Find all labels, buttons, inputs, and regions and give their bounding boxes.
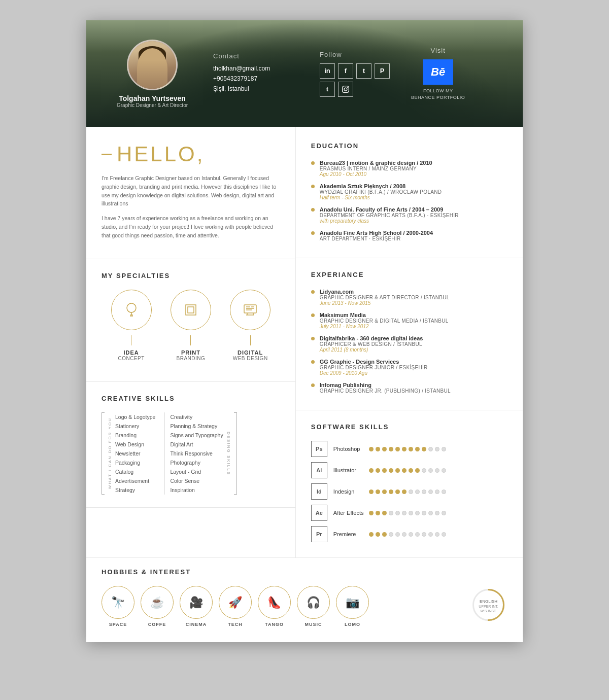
tech-icon: 🚀 — [219, 586, 252, 619]
illustrator-dots — [369, 468, 446, 473]
digital-circle — [230, 290, 270, 330]
sw-premiere: Pr Premiere — [311, 526, 507, 542]
music-label: MUSIC — [305, 622, 322, 627]
edu-item-2: Anadolu Uni. Faculty of Fine Arts / 2004… — [311, 206, 507, 224]
edu-item-1: Akademia Sztuk Pięknych / 2008 WYDZIAL G… — [311, 183, 507, 200]
left-skills-col: WHAT I CAN DO FOR YOU Logo & Logotype St… — [101, 412, 155, 495]
skill-stationery: Stationery — [115, 422, 155, 431]
pinterest-icon[interactable]: P — [375, 63, 390, 79]
space-label: SPACE — [109, 622, 127, 627]
edu-sub-2: DEPARTMENT OF GRAPHIC ARTS (B.F.A.) - ES… — [320, 213, 459, 218]
svg-rect-5 — [188, 307, 194, 313]
skill-planning: Planning & Strategy — [170, 422, 223, 431]
edu-sub-0: ERASMUS INTERN / MAINZ GERMANY — [320, 166, 432, 171]
svg-text:UPPER INT.: UPPER INT. — [479, 605, 498, 608]
hobby-tango: 👠 TANGO — [258, 586, 291, 627]
exp-role-1: GRAPHIC DESIGNER & DIGITAL MEDIA / ISTAN… — [320, 318, 449, 324]
edu-title-0: Bureau23 | motion & graphic design / 201… — [320, 160, 432, 166]
exp-company-4: Infomag Publishing — [320, 382, 451, 388]
right-skills-col: Creativity Planning & Strategy Signs and… — [170, 412, 236, 495]
indesign-dots — [369, 489, 446, 494]
skill-advertisement: Advertisement — [115, 476, 155, 485]
creative-skills-section: CREATIVE SKILLS WHAT I CAN DO FOR YOU Lo… — [86, 382, 295, 508]
edu-sub-3: ART DEPARTMENT · ESKİŞEHİR — [320, 236, 433, 241]
exp-date-2: April 2011 (8 months) — [320, 347, 423, 353]
left-skills-list: Logo & Logotype Stationery Branding Web … — [115, 412, 155, 495]
header-left: Tolgahan Yurtseven Graphic Designer & Ar… — [107, 40, 198, 108]
edu-sub-1: WYDZIAL GRAFIKI (B.F.A.) / WROCLAW POLAN… — [320, 189, 442, 195]
hello-dash — [101, 154, 112, 155]
edu-title-1: Akademia Sztuk Pięknych / 2008 — [320, 183, 442, 189]
experience-section: EXPERIANCE Lidyana.com GRAPHIC DESIGNER … — [296, 258, 523, 410]
cinema-icon: 🎥 — [180, 586, 213, 619]
tango-icon: 👠 — [258, 586, 291, 619]
tumblr-icon[interactable]: t — [320, 82, 335, 97]
skill-packaging: Packaging — [115, 458, 155, 467]
svg-text:ENGLISH: ENGLISH — [480, 599, 497, 604]
exp-item-1: Maksimum Media GRAPHIC DESIGNER & DIGITA… — [311, 312, 507, 329]
svg-point-0 — [127, 303, 136, 312]
svg-rect-4 — [186, 305, 196, 315]
hobbies-row: 🔭 SPACE ☕ COFFE 🎥 CINEMA 🚀 TECH 👠 TANGO … — [101, 586, 507, 627]
right-label-container: DESING SKILLS — [226, 412, 231, 495]
music-icon: 🎧 — [297, 586, 330, 619]
software-title: SOFTWARE SKILLS — [311, 423, 507, 431]
exp-item-3: GG Graphic - Design Services GRAPHIC DES… — [311, 359, 507, 376]
exp-role-4: GRAPHIC DESIGNER JR. (PUBLISHING) / ISTA… — [320, 388, 451, 394]
follow-section: Follow in f t P t — [320, 51, 401, 97]
specialties-icons: IDEA CONCEPT PRINT BRANDING — [101, 290, 280, 361]
hobby-lomo: 📷 LOMO — [336, 586, 369, 627]
skill-catalog: Catalog — [115, 467, 155, 476]
skill-logo: Logo & Logotype — [115, 412, 155, 422]
coffe-icon: ☕ — [141, 586, 174, 619]
hobby-music: 🎧 MUSIC — [297, 586, 330, 627]
left-label-container: WHAT I CAN DO FOR YOU — [108, 412, 112, 495]
edu-bullet-1 — [311, 185, 315, 188]
contact-phone: +905432379187 — [213, 75, 304, 82]
specialty-print: PRINT BRANDING — [171, 290, 211, 361]
facebook-icon[interactable]: f — [338, 63, 353, 79]
exp-bullet-4 — [311, 383, 315, 387]
exp-item-2: Digitalfabrika - 360 degree digital idea… — [311, 335, 507, 353]
skill-newsletter: Newsletter — [115, 449, 155, 458]
linkedin-icon[interactable]: in — [320, 63, 335, 79]
right-vertical-label: DESING SKILLS — [226, 432, 231, 475]
aftereffects-name: After Effects — [333, 510, 369, 516]
premiere-icon: Pr — [311, 526, 327, 542]
main-content: HELLO, I'm Freelance Graphic Designer ba… — [86, 127, 523, 557]
idea-line — [131, 335, 131, 345]
avatar — [127, 40, 178, 90]
experience-title: EXPERIANCE — [311, 271, 507, 278]
exp-bullet-3 — [311, 360, 315, 364]
hello-section: HELLO, I'm Freelance Graphic Designer ba… — [86, 127, 295, 259]
visit-label: Visit — [411, 47, 465, 54]
hobby-space: 🔭 SPACE — [101, 586, 134, 627]
specialties-section: MY SPECIALTIES IDEA — [86, 259, 295, 382]
idea-name: IDEA — [123, 349, 139, 356]
behance-icon[interactable]: Bē — [423, 59, 453, 85]
illustrator-icon: Ai — [311, 462, 327, 478]
print-name: PRINT — [181, 349, 200, 356]
exp-role-3: GRAPHIC DESIGNER JUNIOR / ESKİŞEHİR — [320, 365, 428, 370]
education-title: EDUCATION — [311, 142, 507, 150]
hobby-cinema: 🎥 CINEMA — [180, 586, 213, 627]
skill-strategy: Strategy — [115, 485, 155, 495]
twitter-icon[interactable]: t — [356, 63, 371, 79]
tech-label: TECH — [228, 622, 243, 627]
cinema-label: CINEMA — [186, 622, 207, 627]
space-icon: 🔭 — [101, 586, 134, 619]
edu-bullet-0 — [311, 161, 315, 165]
behance-label: FOLLOW MYBEHANCE PORTFOLIO — [411, 88, 465, 100]
exp-item-0: Lidyana.com GRAPHIC DESIGNER & ART DIREC… — [311, 289, 507, 306]
photoshop-name: Photoshop — [333, 446, 369, 452]
edu-bullet-3 — [311, 231, 315, 235]
hello-heading: HELLO, — [117, 142, 205, 166]
edu-title-3: Anadolu Fine Arts High School / 2000-200… — [320, 230, 433, 236]
edu-title-2: Anadolu Uni. Faculty of Fine Arts / 2004… — [320, 206, 459, 213]
digital-line — [250, 335, 251, 345]
skill-inspiration: Inspiration — [170, 485, 223, 495]
contact-label: Contact — [213, 52, 304, 60]
instagram-icon[interactable] — [338, 82, 353, 97]
behance-text: Bē — [431, 65, 445, 79]
tango-label: TANGO — [265, 622, 284, 627]
